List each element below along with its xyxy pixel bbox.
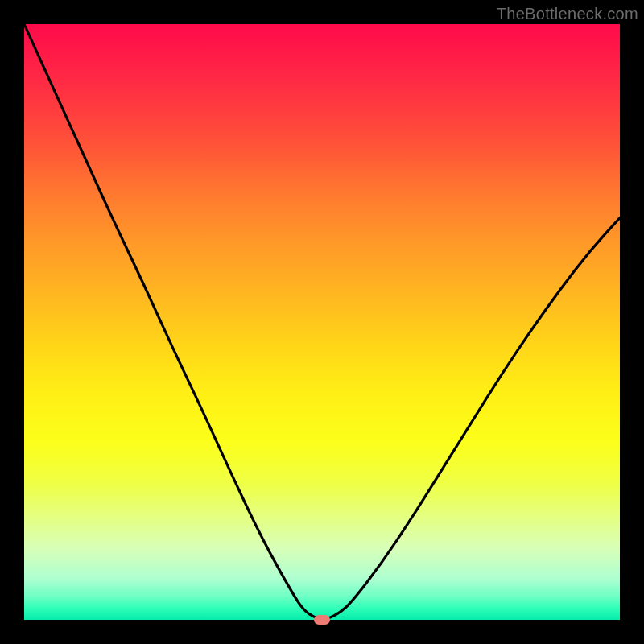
attribution-label: TheBottleneck.com: [497, 5, 638, 23]
minimum-marker-icon: [314, 615, 330, 625]
bottleneck-curve: [24, 24, 620, 620]
chart-container: TheBottleneck.com: [0, 0, 644, 644]
